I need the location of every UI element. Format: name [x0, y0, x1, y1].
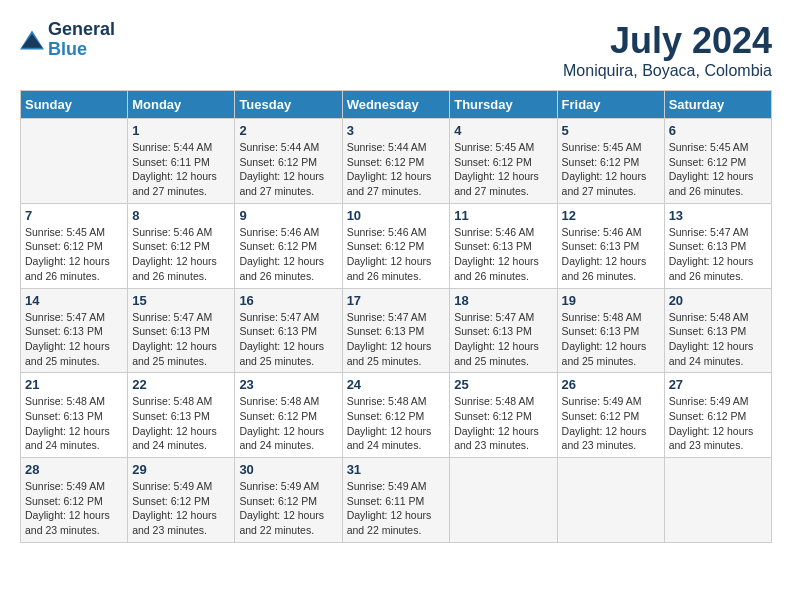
day-info: Sunrise: 5:49 AM Sunset: 6:12 PM Dayligh…: [562, 394, 660, 453]
day-number: 31: [347, 462, 446, 477]
calendar-cell: 27Sunrise: 5:49 AM Sunset: 6:12 PM Dayli…: [664, 373, 771, 458]
day-info: Sunrise: 5:45 AM Sunset: 6:12 PM Dayligh…: [669, 140, 767, 199]
calendar-cell: 7Sunrise: 5:45 AM Sunset: 6:12 PM Daylig…: [21, 203, 128, 288]
calendar-cell: 13Sunrise: 5:47 AM Sunset: 6:13 PM Dayli…: [664, 203, 771, 288]
day-number: 29: [132, 462, 230, 477]
day-info: Sunrise: 5:47 AM Sunset: 6:13 PM Dayligh…: [239, 310, 337, 369]
day-info: Sunrise: 5:46 AM Sunset: 6:12 PM Dayligh…: [347, 225, 446, 284]
day-number: 13: [669, 208, 767, 223]
day-number: 28: [25, 462, 123, 477]
day-info: Sunrise: 5:48 AM Sunset: 6:13 PM Dayligh…: [132, 394, 230, 453]
calendar-cell: 3Sunrise: 5:44 AM Sunset: 6:12 PM Daylig…: [342, 119, 450, 204]
day-number: 16: [239, 293, 337, 308]
column-header-sunday: Sunday: [21, 91, 128, 119]
day-number: 30: [239, 462, 337, 477]
header-row: SundayMondayTuesdayWednesdayThursdayFrid…: [21, 91, 772, 119]
day-number: 26: [562, 377, 660, 392]
day-number: 6: [669, 123, 767, 138]
calendar-cell: 21Sunrise: 5:48 AM Sunset: 6:13 PM Dayli…: [21, 373, 128, 458]
day-number: 22: [132, 377, 230, 392]
column-header-thursday: Thursday: [450, 91, 557, 119]
week-row-1: 1Sunrise: 5:44 AM Sunset: 6:11 PM Daylig…: [21, 119, 772, 204]
day-info: Sunrise: 5:49 AM Sunset: 6:12 PM Dayligh…: [239, 479, 337, 538]
day-number: 27: [669, 377, 767, 392]
day-info: Sunrise: 5:46 AM Sunset: 6:13 PM Dayligh…: [562, 225, 660, 284]
day-info: Sunrise: 5:49 AM Sunset: 6:12 PM Dayligh…: [25, 479, 123, 538]
calendar-cell: 29Sunrise: 5:49 AM Sunset: 6:12 PM Dayli…: [128, 458, 235, 543]
calendar-cell: 1Sunrise: 5:44 AM Sunset: 6:11 PM Daylig…: [128, 119, 235, 204]
calendar-cell: 8Sunrise: 5:46 AM Sunset: 6:12 PM Daylig…: [128, 203, 235, 288]
logo-blue-text: Blue: [48, 39, 87, 59]
day-info: Sunrise: 5:45 AM Sunset: 6:12 PM Dayligh…: [454, 140, 552, 199]
day-number: 9: [239, 208, 337, 223]
calendar-cell: [557, 458, 664, 543]
calendar-cell: [664, 458, 771, 543]
logo: General Blue: [20, 20, 115, 60]
calendar-cell: 15Sunrise: 5:47 AM Sunset: 6:13 PM Dayli…: [128, 288, 235, 373]
week-row-4: 21Sunrise: 5:48 AM Sunset: 6:13 PM Dayli…: [21, 373, 772, 458]
calendar-cell: 9Sunrise: 5:46 AM Sunset: 6:12 PM Daylig…: [235, 203, 342, 288]
day-info: Sunrise: 5:44 AM Sunset: 6:11 PM Dayligh…: [132, 140, 230, 199]
subtitle: Moniquira, Boyaca, Colombia: [563, 62, 772, 80]
calendar-cell: 24Sunrise: 5:48 AM Sunset: 6:12 PM Dayli…: [342, 373, 450, 458]
main-title: July 2024: [563, 20, 772, 62]
calendar-table: SundayMondayTuesdayWednesdayThursdayFrid…: [20, 90, 772, 543]
calendar-cell: 17Sunrise: 5:47 AM Sunset: 6:13 PM Dayli…: [342, 288, 450, 373]
calendar-cell: 20Sunrise: 5:48 AM Sunset: 6:13 PM Dayli…: [664, 288, 771, 373]
day-info: Sunrise: 5:45 AM Sunset: 6:12 PM Dayligh…: [25, 225, 123, 284]
week-row-2: 7Sunrise: 5:45 AM Sunset: 6:12 PM Daylig…: [21, 203, 772, 288]
day-number: 23: [239, 377, 337, 392]
day-info: Sunrise: 5:44 AM Sunset: 6:12 PM Dayligh…: [239, 140, 337, 199]
calendar-cell: 16Sunrise: 5:47 AM Sunset: 6:13 PM Dayli…: [235, 288, 342, 373]
day-number: 2: [239, 123, 337, 138]
svg-marker-1: [22, 34, 43, 48]
column-header-saturday: Saturday: [664, 91, 771, 119]
logo-icon: [20, 30, 44, 50]
calendar-cell: 26Sunrise: 5:49 AM Sunset: 6:12 PM Dayli…: [557, 373, 664, 458]
day-number: 18: [454, 293, 552, 308]
calendar-cell: 2Sunrise: 5:44 AM Sunset: 6:12 PM Daylig…: [235, 119, 342, 204]
calendar-cell: 10Sunrise: 5:46 AM Sunset: 6:12 PM Dayli…: [342, 203, 450, 288]
column-header-friday: Friday: [557, 91, 664, 119]
day-info: Sunrise: 5:48 AM Sunset: 6:13 PM Dayligh…: [669, 310, 767, 369]
day-info: Sunrise: 5:47 AM Sunset: 6:13 PM Dayligh…: [347, 310, 446, 369]
day-number: 3: [347, 123, 446, 138]
calendar-cell: [21, 119, 128, 204]
calendar-cell: 25Sunrise: 5:48 AM Sunset: 6:12 PM Dayli…: [450, 373, 557, 458]
day-number: 8: [132, 208, 230, 223]
calendar-cell: 18Sunrise: 5:47 AM Sunset: 6:13 PM Dayli…: [450, 288, 557, 373]
day-number: 5: [562, 123, 660, 138]
day-info: Sunrise: 5:48 AM Sunset: 6:13 PM Dayligh…: [25, 394, 123, 453]
calendar-cell: 31Sunrise: 5:49 AM Sunset: 6:11 PM Dayli…: [342, 458, 450, 543]
day-number: 17: [347, 293, 446, 308]
column-header-tuesday: Tuesday: [235, 91, 342, 119]
day-number: 25: [454, 377, 552, 392]
calendar-cell: 6Sunrise: 5:45 AM Sunset: 6:12 PM Daylig…: [664, 119, 771, 204]
day-number: 15: [132, 293, 230, 308]
calendar-cell: 4Sunrise: 5:45 AM Sunset: 6:12 PM Daylig…: [450, 119, 557, 204]
day-info: Sunrise: 5:48 AM Sunset: 6:12 PM Dayligh…: [347, 394, 446, 453]
day-number: 10: [347, 208, 446, 223]
day-number: 4: [454, 123, 552, 138]
day-info: Sunrise: 5:46 AM Sunset: 6:12 PM Dayligh…: [239, 225, 337, 284]
day-info: Sunrise: 5:48 AM Sunset: 6:13 PM Dayligh…: [562, 310, 660, 369]
week-row-3: 14Sunrise: 5:47 AM Sunset: 6:13 PM Dayli…: [21, 288, 772, 373]
week-row-5: 28Sunrise: 5:49 AM Sunset: 6:12 PM Dayli…: [21, 458, 772, 543]
header: General Blue July 2024 Moniquira, Boyaca…: [20, 20, 772, 80]
day-info: Sunrise: 5:46 AM Sunset: 6:12 PM Dayligh…: [132, 225, 230, 284]
calendar-cell: 12Sunrise: 5:46 AM Sunset: 6:13 PM Dayli…: [557, 203, 664, 288]
day-info: Sunrise: 5:48 AM Sunset: 6:12 PM Dayligh…: [454, 394, 552, 453]
day-info: Sunrise: 5:49 AM Sunset: 6:11 PM Dayligh…: [347, 479, 446, 538]
calendar-cell: [450, 458, 557, 543]
calendar-cell: 28Sunrise: 5:49 AM Sunset: 6:12 PM Dayli…: [21, 458, 128, 543]
day-info: Sunrise: 5:47 AM Sunset: 6:13 PM Dayligh…: [132, 310, 230, 369]
day-info: Sunrise: 5:47 AM Sunset: 6:13 PM Dayligh…: [454, 310, 552, 369]
day-number: 14: [25, 293, 123, 308]
column-header-wednesday: Wednesday: [342, 91, 450, 119]
day-number: 1: [132, 123, 230, 138]
day-number: 19: [562, 293, 660, 308]
title-area: July 2024 Moniquira, Boyaca, Colombia: [563, 20, 772, 80]
day-info: Sunrise: 5:47 AM Sunset: 6:13 PM Dayligh…: [25, 310, 123, 369]
day-info: Sunrise: 5:44 AM Sunset: 6:12 PM Dayligh…: [347, 140, 446, 199]
calendar-cell: 14Sunrise: 5:47 AM Sunset: 6:13 PM Dayli…: [21, 288, 128, 373]
